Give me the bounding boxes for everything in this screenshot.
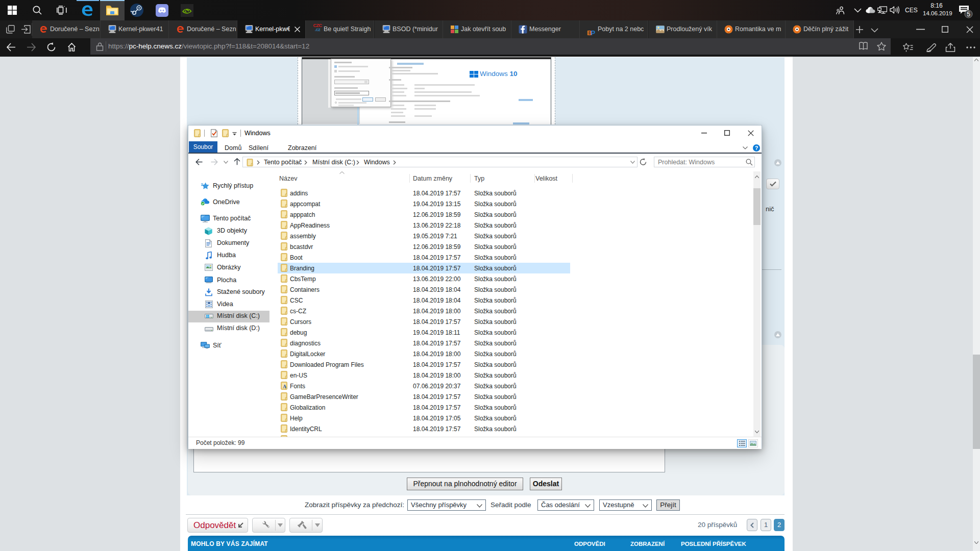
svg-text:5: 5 [967, 11, 970, 18]
svg-text:A: A [283, 384, 287, 389]
